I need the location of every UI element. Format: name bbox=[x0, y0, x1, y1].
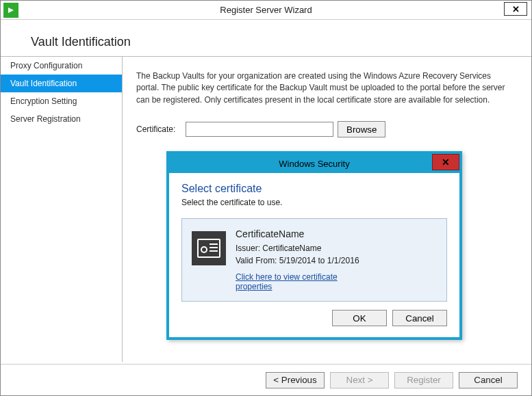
titlebar: Register Server Wizard ✕ bbox=[1, 1, 531, 20]
sidebar-step-label: Vault Identification bbox=[10, 79, 77, 88]
security-dialog: Windows Security ✕ Select certificate Se… bbox=[166, 151, 462, 340]
browse-button[interactable]: Browse bbox=[338, 121, 385, 137]
dialog-title: Windows Security bbox=[279, 159, 349, 169]
dialog-titlebar: Windows Security ✕ bbox=[169, 154, 459, 173]
sidebar-step-label: Server Registration bbox=[10, 114, 81, 124]
description-text: The Backup Vaults for your organization … bbox=[136, 70, 515, 106]
dialog-close-button[interactable]: ✕ bbox=[432, 154, 459, 170]
sidebar-step-label: Encryption Setting bbox=[10, 96, 77, 106]
page-heading: Vault Identification bbox=[1, 20, 531, 56]
certificate-properties-link[interactable]: Click here to view certificate propertie… bbox=[236, 272, 359, 291]
dialog-subheading: Select the certificate to use. bbox=[181, 198, 447, 207]
sidebar-step-registration[interactable]: Server Registration bbox=[1, 110, 122, 128]
sidebar-step-proxy[interactable]: Proxy Configuration bbox=[1, 57, 122, 75]
sidebar-step-encryption[interactable]: Encryption Setting bbox=[1, 92, 122, 110]
certificate-input[interactable] bbox=[186, 122, 333, 137]
window-title: Register Server Wizard bbox=[220, 5, 312, 15]
dialog-body: Select certificate Select the certificat… bbox=[169, 173, 459, 337]
certificate-validity: Valid From: 5/19/2014 to 1/1/2016 bbox=[236, 256, 437, 265]
certificate-card[interactable]: CertificateName Issuer: CertificateName … bbox=[181, 218, 447, 302]
close-icon: ✕ bbox=[512, 4, 520, 14]
dialog-footer: OK Cancel bbox=[181, 302, 447, 329]
dialog-ok-button[interactable]: OK bbox=[332, 310, 387, 326]
close-icon: ✕ bbox=[442, 157, 450, 168]
wizard-footer: < Previous Next > Register Cancel bbox=[1, 364, 531, 395]
sidebar-step-label: Proxy Configuration bbox=[10, 61, 82, 70]
certificate-row: Certificate: Browse bbox=[136, 121, 515, 137]
cancel-button[interactable]: Cancel bbox=[459, 372, 518, 388]
window-close-button[interactable]: ✕ bbox=[504, 2, 527, 16]
certificate-info: CertificateName Issuer: CertificateName … bbox=[236, 228, 437, 291]
certificate-icon bbox=[192, 231, 226, 265]
svg-point-1 bbox=[201, 247, 207, 252]
certificate-name: CertificateName bbox=[236, 228, 437, 239]
certificate-issuer: Issuer: CertificateName bbox=[236, 243, 437, 253]
next-button[interactable]: Next > bbox=[330, 372, 389, 388]
dialog-heading: Select certificate bbox=[181, 183, 447, 195]
app-icon bbox=[3, 3, 18, 18]
wizard-sidebar: Proxy Configuration Vault Identification… bbox=[1, 56, 123, 362]
dialog-cancel-button[interactable]: Cancel bbox=[392, 310, 447, 326]
certificate-label: Certificate: bbox=[136, 124, 181, 134]
sidebar-step-vault[interactable]: Vault Identification bbox=[1, 75, 122, 92]
previous-button[interactable]: < Previous bbox=[266, 372, 325, 388]
register-button[interactable]: Register bbox=[394, 372, 453, 388]
